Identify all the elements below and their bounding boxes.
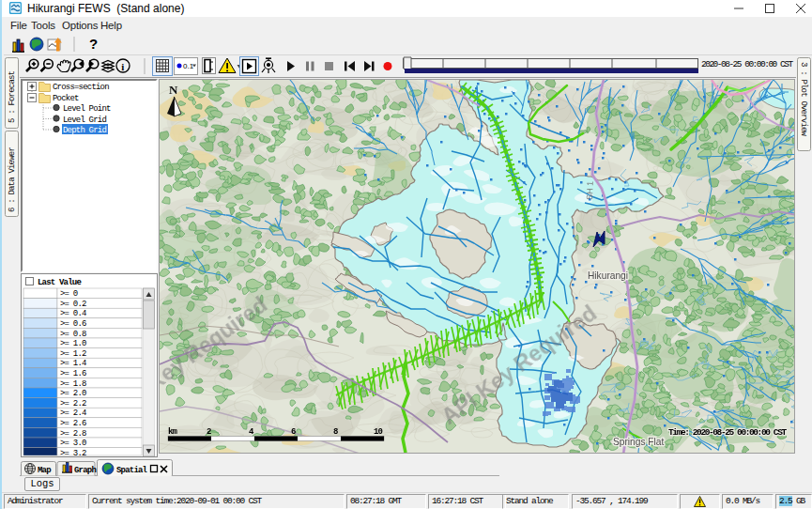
svg-text:>= 1.0: >= 1.0 [60,339,86,348]
svg-text:?: ? [89,36,98,52]
svg-text:>= 1.4: >= 1.4 [60,359,86,368]
svg-text:>= 2.2: >= 2.2 [60,399,86,409]
svg-text:6: 6 [291,427,296,437]
svg-text:Level Grid: Level Grid [63,116,106,125]
svg-text:>= 0: >= 0 [60,289,78,299]
svg-text:>= 3.2: >= 3.2 [60,449,86,456]
svg-text:Time: 2020-08-25 00:00:00 CST: Time: 2020-08-25 00:00:00 CST [668,427,787,438]
svg-text:>= 3.0: >= 3.0 [60,439,86,448]
svg-text:>= 2.4: >= 2.4 [60,409,86,418]
svg-text:>= 2.6: >= 2.6 [60,419,86,428]
svg-text:Pocket: Pocket [53,94,79,103]
svg-text:Hikurangi: Hikurangi [588,270,628,281]
svg-text:>= 1.6: >= 1.6 [60,369,86,378]
svg-text:0.1: 0.1 [183,62,194,70]
svg-text:>= 2.0: >= 2.0 [60,389,86,398]
svg-text:8: 8 [333,427,338,437]
svg-text:6 : Data Viewer: 6 : Data Viewer [8,147,17,212]
svg-text:>= 0.2: >= 0.2 [60,300,86,309]
svg-text:10: 10 [374,427,383,437]
svg-text:>= 0.6: >= 0.6 [60,319,86,329]
svg-text:Last Value: Last Value [38,278,81,287]
svg-text:Cross=section: Cross=section [53,83,109,92]
svg-text:Spatial: Spatial [116,466,148,475]
svg-text:Level Point: Level Point [63,104,111,114]
svg-text:>= 1.8: >= 1.8 [60,379,86,389]
svg-text:i: i [121,61,124,72]
svg-text:Depth Grid: Depth Grid [63,126,106,135]
svg-text:N: N [169,83,178,97]
svg-text:2020-08-25 00:00:00 CST: 2020-08-25 00:00:00 CST [701,59,793,69]
svg-text:>= 1.2: >= 1.2 [60,349,86,359]
svg-text:SH 1: SH 1 [585,181,595,200]
svg-text:Springs Flat: Springs Flat [613,437,665,447]
svg-text:>= 2.8: >= 2.8 [60,429,86,439]
svg-text:>= 0.4: >= 0.4 [60,309,86,318]
svg-text:Graph: Graph [74,466,96,475]
svg-text:km: km [168,427,178,437]
svg-text:Map: Map [38,466,51,475]
svg-text:2: 2 [207,427,211,437]
svg-text:>= 0.8: >= 0.8 [60,330,86,339]
